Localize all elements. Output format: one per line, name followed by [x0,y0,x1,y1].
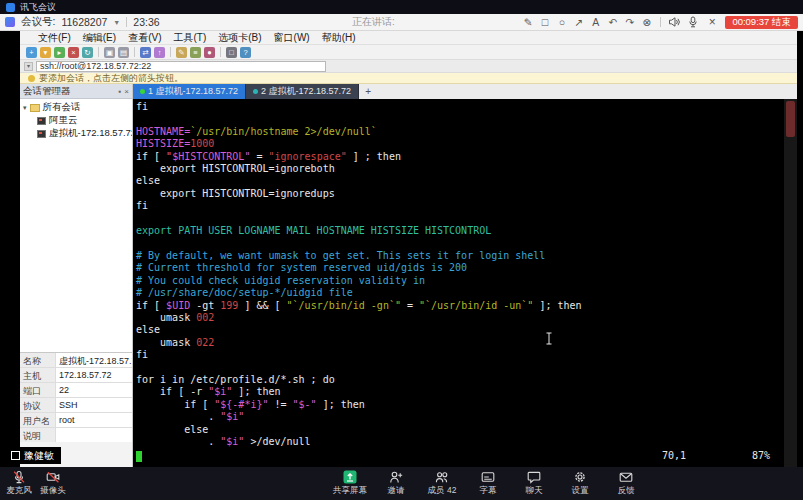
bottom-subtitle-button[interactable]: 字幕 [471,470,505,497]
menu-item-0[interactable]: 文件(F) [32,31,77,45]
toolbar-macro-icon[interactable]: ● [204,47,215,58]
menu-item-2[interactable]: 查看(V) [122,31,167,45]
toolbar-fullscreen-icon[interactable]: □ [226,47,237,58]
share-icon [343,470,357,484]
terminal-line [136,213,784,225]
terminal[interactable]: fi HOSTNAME=`/usr/bin/hostname 2>/dev/nu… [133,99,784,467]
address-input[interactable]: ssh://root@172.18.57.72:22 [36,61,326,72]
toolbar-new-session-icon[interactable]: + [26,47,37,58]
speaker-icon[interactable] [668,16,680,28]
terminal-line: HOSTNAME=`/usr/bin/hostname 2>/dev/null` [136,126,784,138]
terminal-line: # By default, we want umask to get set. … [136,250,784,262]
mouse-cursor [545,331,553,349]
session-panel-title: 会话管理器 [23,85,71,98]
session-item-1[interactable]: 虚拟机-172.18.57.72 [20,127,132,140]
close-panel-icon[interactable]: × [124,87,129,96]
menu-item-6[interactable]: 帮助(H) [316,31,362,45]
toolbar-open-folder-icon[interactable]: ▾ [40,47,51,58]
session-item-0[interactable]: 阿里云 [20,114,132,127]
tree-item-all-sessions[interactable]: ▾所有会话 [20,101,132,114]
terminal-session-icon [37,130,46,138]
new-tab-button[interactable]: + [359,84,377,99]
toolbar-file-transfer-icon[interactable]: ⇄ [140,47,151,58]
toolbar-reconnect-icon[interactable]: ↻ [82,47,93,58]
terminal-scrollbar[interactable] [784,99,797,467]
notice-bar: 要添加会话，点击左侧的箭头按钮。 [20,73,797,84]
meeting-clock: 23:36 [133,16,159,28]
property-label: 端口 [20,383,56,397]
annotate-arrow-icon[interactable]: ↗ [572,16,585,28]
watermark-logo-icon [11,451,20,460]
annotate-ellipse-icon[interactable]: ○ [555,16,568,28]
menu-bar: 文件(F)编辑(E)查看(V)工具(T)选项卡(B)窗口(W)帮助(H) [20,31,797,45]
terminal-line: # /usr/share/doc/setup-*/uidgid file [136,287,784,299]
watermark-text: 豫健敏 [24,449,54,463]
terminal-line: if [ "$HISTCONTROL" = "ignorespace" ] ; … [136,151,784,163]
terminal-line: . "$i" [136,411,784,423]
property-label: 用户名 [20,413,56,427]
terminal-line [136,362,784,374]
bottom-feedback-button[interactable]: 反馈 [609,470,643,497]
address-dropdown-icon[interactable]: ▾ [24,62,33,71]
chat-icon [527,470,541,484]
terminal-line: . "$i" >/dev/null [136,436,784,448]
toolbar-upload-icon[interactable]: ↑ [154,47,165,58]
toolbar-copy-icon[interactable]: ▣ [104,47,115,58]
menu-item-4[interactable]: 选项卡(B) [212,31,267,45]
session-status-icon [253,89,258,94]
toolbar-separator [134,47,135,57]
bottom-invite-button[interactable]: 邀请 [379,470,413,497]
xshell-body: 会话管理器 ▪ × ▾所有会话阿里云虚拟机-172.18.57.72 名称虚拟机… [20,84,797,467]
annotate-rectangle-icon[interactable]: □ [538,16,551,28]
menu-item-1[interactable]: 编辑(E) [77,31,122,45]
meeting-title-bar: 讯飞会议 [0,0,803,14]
divider [660,17,661,27]
bottom-chat-button[interactable]: 聊天 [517,470,551,497]
bottom-center-group: 共享屏幕邀请成员 42字幕聊天设置反馈 [333,470,643,497]
terminal-cursor [136,451,142,462]
camera-icon [46,470,60,484]
toolbar-log-icon[interactable]: ≡ [190,47,201,58]
bottom-gear-button[interactable]: 设置 [563,470,597,497]
scroll-percent: 87% [752,450,770,461]
annotate-undo-icon[interactable]: ↶ [606,16,619,28]
toolbar-disconnect-icon[interactable]: × [68,47,79,58]
bottom-share-label: 共享屏幕 [333,485,367,497]
end-meeting-timer-button[interactable]: 00:09:37 结束 [725,16,798,29]
toolbar-separator [170,47,171,57]
bottom-camera-button[interactable]: 摄像头 [36,470,70,497]
annotate-redo-icon[interactable]: ↷ [623,16,636,28]
pin-icon[interactable]: ▪ [118,87,121,96]
terminal-line: # You could check uidgid reservation val… [136,275,784,287]
terminal-tab-2[interactable]: 2 虚拟机-172.18.57.72 [246,84,359,99]
property-row: 用户名root [20,413,132,428]
property-row: 端口22 [20,383,132,398]
bottom-share-button[interactable]: 共享屏幕 [333,470,367,497]
notice-text: 要添加会话，点击左侧的箭头按钮。 [39,72,183,85]
bottom-left-group: 麦克风摄像头 [2,470,70,497]
annotate-pen-icon[interactable]: ✎ [521,16,534,28]
toolbar-compose-icon[interactable]: ✎ [176,47,187,58]
speaking-label: 正在讲话: [352,15,395,29]
mic-icon[interactable] [687,16,699,28]
annotate-clear-icon[interactable]: ⊗ [640,16,653,28]
terminal-tab-1[interactable]: 1 虚拟机-172.18.57.72 [133,84,246,99]
terminal-line: export HISTCONTROL=ignoreboth [136,163,784,175]
meeting-logo-icon [5,17,15,27]
toolbar-help-icon[interactable]: ? [240,47,251,58]
bottom-subtitle-label: 字幕 [480,485,497,497]
bottom-members-button[interactable]: 成员 42 [425,470,459,497]
property-label: 名称 [20,353,56,367]
toolbar-connect-icon[interactable]: ▸ [54,47,65,58]
toolbar-separator [98,47,99,57]
scrollbar-thumb[interactable] [786,101,795,137]
terminal-line: if [ "${-#*i}" != "$-" ]; then [136,399,784,411]
annotate-text-icon[interactable]: A [589,16,602,28]
toolbar-paste-icon[interactable]: ▤ [118,47,129,58]
chevron-down-icon[interactable]: ▼ [113,19,120,26]
menu-item-3[interactable]: 工具(T) [167,31,212,45]
session-properties: 名称虚拟机-172.18.57.72主机172.18.57.72端口22协议SS… [20,352,132,442]
menu-item-5[interactable]: 窗口(W) [268,31,316,45]
bottom-mic-button[interactable]: 麦克风 [2,470,36,497]
close-icon[interactable]: × [706,15,718,29]
